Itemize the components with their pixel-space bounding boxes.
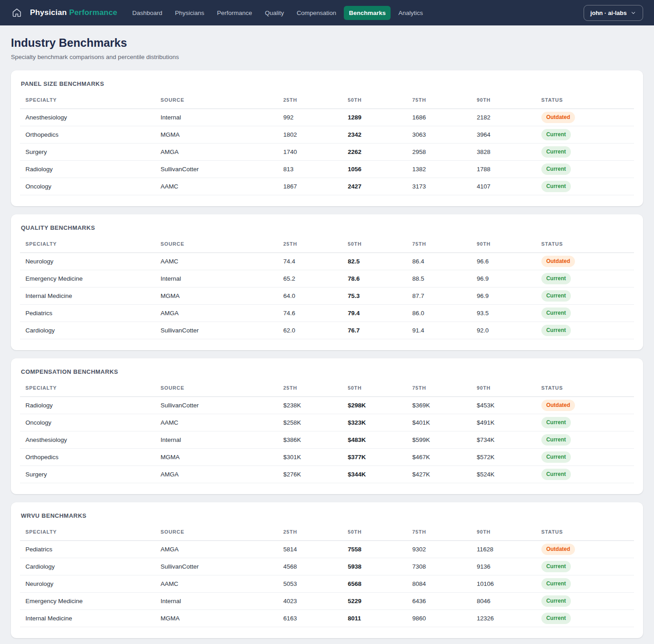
cell-p75: 7308 (407, 558, 471, 575)
column-header-p90: 90TH (471, 381, 536, 397)
status-badge: Current (541, 181, 571, 192)
cell-p90: $453K (471, 397, 536, 414)
cell-specialty: Oncology (20, 178, 155, 195)
status-badge: Outdated (541, 256, 575, 267)
column-header-p25: 25TH (278, 94, 342, 109)
table-body: AnesthesiologyInternal992128916862182Out… (20, 109, 634, 195)
card-title: COMPENSATION BENCHMARKS (21, 368, 634, 375)
cell-specialty: Cardiology (20, 558, 155, 575)
table-row: RadiologySullivanCotter813105613821788Cu… (20, 161, 634, 178)
column-header-p75: 75TH (407, 94, 471, 109)
cell-p75: 3063 (407, 126, 471, 144)
status-badge: Current (541, 146, 571, 158)
user-menu-button[interactable]: john · ai-labs (584, 5, 643, 21)
cell-status: Current (536, 414, 634, 431)
cell-specialty: Radiology (20, 397, 155, 414)
column-header-specialty: SPECIALTY (20, 381, 155, 397)
cell-p75: $427K (407, 466, 471, 483)
cell-p50: 79.4 (342, 305, 407, 322)
cell-p75: 8084 (407, 575, 471, 593)
cell-source: Internal (155, 270, 277, 287)
cell-specialty: Anesthesiology (20, 109, 155, 126)
cell-p75: 9302 (407, 541, 471, 558)
cell-specialty: Oncology (20, 414, 155, 431)
status-badge: Current (541, 307, 571, 319)
benchmark-cards: PANEL SIZE BENCHMARKS SPECIALTYSOURCE25T… (11, 70, 643, 638)
cell-p50: 2262 (342, 144, 407, 161)
card-title: QUALITY BENCHMARKS (21, 224, 634, 231)
cell-specialty: Cardiology (20, 322, 155, 339)
status-badge: Current (541, 129, 571, 140)
cell-p75: 9860 (407, 610, 471, 627)
status-badge: Current (541, 469, 571, 480)
cell-p90: $572K (471, 449, 536, 466)
cell-p75: 3173 (407, 178, 471, 195)
column-header-specialty: SPECIALTY (20, 238, 155, 253)
chevron-down-icon (630, 10, 636, 16)
cell-specialty: Neurology (20, 575, 155, 593)
cell-status: Outdated (536, 541, 634, 558)
cell-p25: 74.6 (278, 305, 342, 322)
column-header-source: SOURCE (155, 381, 277, 397)
column-header-p75: 75TH (407, 525, 471, 541)
table-row: NeurologyAAMC74.482.586.496.6Outdated (20, 253, 634, 270)
cell-p50: $483K (342, 431, 407, 449)
cell-p90: 4107 (471, 178, 536, 195)
table-row: OncologyAAMC1867242731734107Current (20, 178, 634, 195)
cell-source: AMGA (155, 305, 277, 322)
status-badge: Current (541, 417, 571, 428)
page-title: Industry Benchmarks (11, 36, 643, 50)
nav-item-performance[interactable]: Performance (212, 6, 257, 20)
status-badge: Current (541, 578, 571, 590)
status-badge: Current (541, 595, 571, 607)
cell-p50: 7558 (342, 541, 407, 558)
column-header-p25: 25TH (278, 525, 342, 541)
benchmark-table: SPECIALTYSOURCE25TH50TH75TH90THSTATUS An… (20, 94, 634, 195)
main-nav: DashboardPhysiciansPerformanceQualityCom… (127, 6, 428, 20)
cell-specialty: Radiology (20, 161, 155, 178)
cell-p25: $386K (278, 431, 342, 449)
cell-source: AMGA (155, 541, 277, 558)
cell-p25: $238K (278, 397, 342, 414)
benchmark-card: PANEL SIZE BENCHMARKS SPECIALTYSOURCE25T… (11, 70, 643, 206)
nav-item-dashboard[interactable]: Dashboard (127, 6, 167, 20)
cell-specialty: Pediatrics (20, 541, 155, 558)
table-row: SurgeryAMGA1740226229583828Current (20, 144, 634, 161)
table-body: RadiologySullivanCotter$238K$298K$369K$4… (20, 397, 634, 483)
table-header-row: SPECIALTYSOURCE25TH50TH75TH90THSTATUS (20, 94, 634, 109)
nav-item-physicians[interactable]: Physicians (170, 6, 209, 20)
main-content: Industry Benchmarks Specialty benchmark … (0, 25, 654, 644)
cell-p90: 11628 (471, 541, 536, 558)
column-header-status: STATUS (536, 525, 634, 541)
app-title-accent: Performance (69, 8, 117, 17)
nav-item-analytics[interactable]: Analytics (393, 6, 428, 20)
column-header-specialty: SPECIALTY (20, 94, 155, 109)
table-body: NeurologyAAMC74.482.586.496.6OutdatedEme… (20, 253, 634, 339)
nav-item-benchmarks[interactable]: Benchmarks (344, 6, 391, 20)
cell-p90: 96.9 (471, 270, 536, 287)
table-body: PediatricsAMGA58147558930211628OutdatedC… (20, 541, 634, 627)
table-row: NeurologyAAMC50536568808410106Current (20, 575, 634, 593)
benchmark-table: SPECIALTYSOURCE25TH50TH75TH90THSTATUS Ne… (20, 238, 634, 339)
cell-source: Internal (155, 109, 277, 126)
cell-status: Current (536, 144, 634, 161)
cell-source: SullivanCotter (155, 558, 277, 575)
cell-p50: 1056 (342, 161, 407, 178)
cell-p25: 992 (278, 109, 342, 126)
status-badge: Outdated (541, 400, 575, 411)
home-button[interactable] (11, 7, 23, 19)
cell-source: AAMC (155, 575, 277, 593)
app-title: Physician Performance (30, 8, 117, 17)
cell-source: Internal (155, 431, 277, 449)
cell-status: Outdated (536, 397, 634, 414)
cell-p50: 6568 (342, 575, 407, 593)
cell-p90: $491K (471, 414, 536, 431)
nav-item-compensation[interactable]: Compensation (292, 6, 341, 20)
benchmark-table: SPECIALTYSOURCE25TH50TH75TH90THSTATUS Ra… (20, 381, 634, 483)
column-header-p75: 75TH (407, 238, 471, 253)
cell-p75: 6436 (407, 593, 471, 610)
nav-item-quality[interactable]: Quality (260, 6, 289, 20)
cell-source: SullivanCotter (155, 161, 277, 178)
column-header-status: STATUS (536, 238, 634, 253)
status-badge: Outdated (541, 544, 575, 555)
